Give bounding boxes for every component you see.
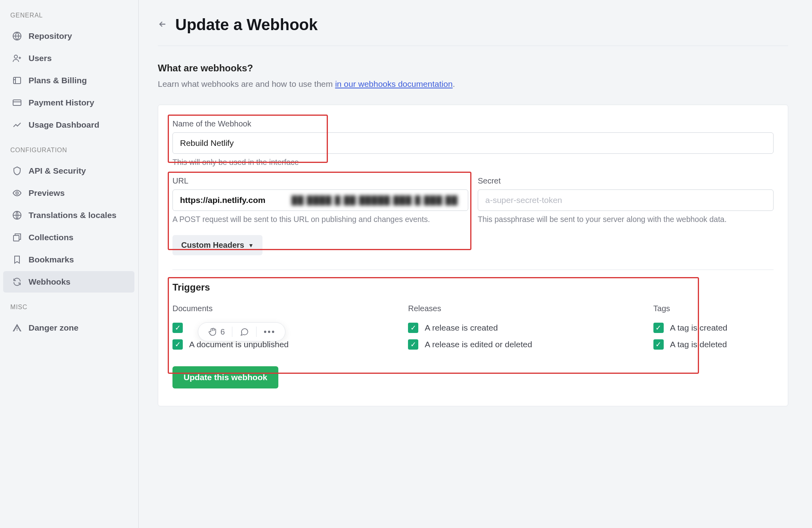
sidebar-item-danger-zone[interactable]: Danger zone <box>3 317 134 339</box>
more-button[interactable]: ••• <box>264 327 276 337</box>
divider <box>232 327 232 337</box>
documentation-link[interactable]: in our webhooks documentation <box>335 79 453 88</box>
trigger-item: ✓ A release is edited or deleted <box>408 336 653 353</box>
url-field-block: URL ██ ████ █ ██ █████ ███ █ ███ ██ A PO… <box>172 176 468 224</box>
secret-label: Secret <box>478 176 774 186</box>
sidebar-item-label: Danger zone <box>29 323 79 333</box>
sidebar-item-label: Translations & locales <box>29 210 117 220</box>
sidebar-item-label: API & Security <box>29 166 86 176</box>
bookmark-icon <box>12 254 22 265</box>
obscured-url-segment: ██ ████ █ ██ █████ ███ █ ███ ██ <box>291 195 458 205</box>
sidebar-item-payment-history[interactable]: Payment History <box>3 92 134 113</box>
sidebar-item-plans-billing[interactable]: Plans & Billing <box>3 70 134 91</box>
checkbox-checked-icon[interactable]: ✓ <box>653 339 664 350</box>
intro-text: Learn what webhooks are and how to use t… <box>158 79 788 89</box>
name-label: Name of the Webhook <box>172 119 774 128</box>
form-card: Name of the Webhook This will only be us… <box>158 105 788 406</box>
checkbox-checked-icon[interactable]: ✓ <box>408 323 418 333</box>
trigger-group-releases: Releases ✓ A release is created ✓ A rele… <box>408 304 653 353</box>
secret-input[interactable] <box>478 189 774 211</box>
sidebar-item-label: Plans & Billing <box>29 76 87 85</box>
trigger-item: ✓ A tag is deleted <box>653 336 774 353</box>
warning-icon <box>12 323 22 333</box>
clap-button[interactable]: 6 <box>208 327 225 337</box>
secret-field-block: Secret This passphrase will be sent to y… <box>478 176 774 224</box>
shield-icon <box>12 166 22 176</box>
sidebar-item-label: Users <box>29 54 52 63</box>
sidebar-item-usage-dashboard[interactable]: Usage Dashboard <box>3 114 134 136</box>
custom-headers-dropdown[interactable]: Custom Headers ▼ <box>172 235 262 255</box>
sidebar-item-label: Payment History <box>29 98 94 107</box>
sidebar-item-label: Bookmarks <box>29 255 74 264</box>
sidebar-item-previews[interactable]: Previews <box>3 182 134 204</box>
chart-icon <box>12 120 22 130</box>
user-plus-icon <box>12 53 22 63</box>
sidebar-item-users[interactable]: Users <box>3 48 134 69</box>
section-label-configuration: CONFIGURATION <box>2 143 138 159</box>
sidebar-item-label: Previews <box>29 188 65 198</box>
sidebar: GENERAL Repository Users Plans & Billing… <box>0 0 139 528</box>
svg-point-4 <box>16 192 18 194</box>
checkbox-checked-icon[interactable]: ✓ <box>653 323 664 333</box>
sidebar-item-webhooks[interactable]: Webhooks <box>3 271 134 293</box>
reaction-toolbar: 6 ••• <box>198 322 285 341</box>
globe-icon <box>12 31 22 41</box>
update-webhook-button[interactable]: Update this webhook <box>172 366 278 388</box>
sidebar-item-label: Repository <box>29 31 72 41</box>
checkbox-checked-icon[interactable]: ✓ <box>408 339 418 350</box>
trigger-group-tags: Tags ✓ A tag is created ✓ A tag is delet… <box>653 304 774 353</box>
triggers-block: Triggers Documents ✓ 6 <box>172 282 774 353</box>
custom-headers-label: Custom Headers <box>181 241 244 250</box>
page-header: Update a Webhook <box>158 16 788 46</box>
trigger-label: A tag is deleted <box>670 340 727 349</box>
sidebar-item-label: Collections <box>29 233 73 242</box>
trigger-item: ✓ A tag is created <box>653 319 774 336</box>
sidebar-item-repository[interactable]: Repository <box>3 25 134 47</box>
trigger-label: A tag is created <box>670 323 728 333</box>
trigger-group-heading: Documents <box>172 304 408 313</box>
trigger-group-heading: Releases <box>408 304 653 313</box>
divider <box>172 270 774 270</box>
back-arrow-icon[interactable] <box>158 17 167 32</box>
url-hint: A POST request will be sent to this URL … <box>172 215 468 224</box>
divider <box>256 327 257 337</box>
sidebar-item-bookmarks[interactable]: Bookmarks <box>3 249 134 270</box>
globe-icon <box>12 210 22 220</box>
trigger-label: A release is created <box>425 323 498 333</box>
refresh-icon <box>12 277 22 287</box>
svg-rect-2 <box>13 77 21 84</box>
trigger-item: ✓ A release is created <box>408 319 653 336</box>
trigger-label: A release is edited or deleted <box>425 340 532 349</box>
sidebar-item-collections[interactable]: Collections <box>3 227 134 248</box>
svg-rect-3 <box>13 100 21 105</box>
page-title: Update a Webhook <box>175 16 318 34</box>
checkbox-checked-icon[interactable]: ✓ <box>172 323 183 333</box>
section-label-misc: MISC <box>2 300 138 316</box>
svg-point-1 <box>14 55 17 58</box>
sidebar-item-translations[interactable]: Translations & locales <box>3 205 134 226</box>
caret-down-icon: ▼ <box>248 242 254 249</box>
section-label-general: GENERAL <box>2 8 138 25</box>
card-icon <box>12 98 22 108</box>
sidebar-item-label: Webhooks <box>29 277 71 287</box>
plans-icon <box>12 75 22 86</box>
name-input[interactable] <box>172 132 774 154</box>
main-content: Update a Webhook What are webhooks? Lear… <box>139 0 812 528</box>
name-hint: This will only be used in the interface <box>172 158 774 167</box>
url-label: URL <box>172 176 468 186</box>
sidebar-item-api-security[interactable]: API & Security <box>3 160 134 182</box>
intro-heading: What are webhooks? <box>158 63 788 74</box>
sidebar-item-label: Usage Dashboard <box>29 120 100 130</box>
clap-count: 6 <box>220 327 225 337</box>
comment-button[interactable] <box>239 327 249 337</box>
trigger-group-heading: Tags <box>653 304 774 313</box>
name-field-block: Name of the Webhook This will only be us… <box>172 119 774 167</box>
intro: What are webhooks? Learn what webhooks a… <box>158 63 788 89</box>
collections-icon <box>12 232 22 243</box>
checkbox-checked-icon[interactable]: ✓ <box>172 339 183 350</box>
eye-icon <box>12 188 22 198</box>
triggers-heading: Triggers <box>172 282 774 293</box>
svg-rect-6 <box>13 235 19 241</box>
secret-hint: This passphrase will be sent to your ser… <box>478 215 774 224</box>
trigger-group-documents: Documents ✓ 6 <box>172 304 408 353</box>
